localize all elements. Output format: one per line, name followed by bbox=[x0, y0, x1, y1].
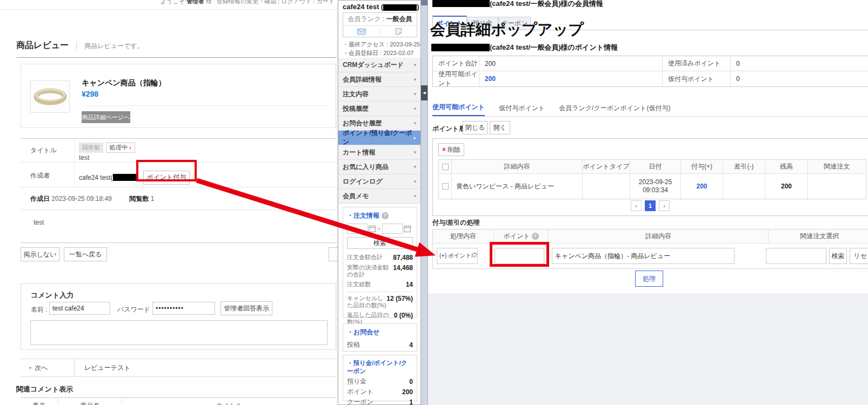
comment-password-input[interactable] bbox=[152, 302, 215, 315]
summary-total-label: ポイント合計 bbox=[433, 56, 479, 71]
crm-member-name: cafe24 test () bbox=[343, 3, 419, 11]
pagination-prev[interactable]: ‹ bbox=[631, 200, 642, 211]
crm-menu-dashboard[interactable]: CRMダッシュボード▾ bbox=[338, 58, 420, 72]
comment-name-input[interactable] bbox=[49, 302, 110, 315]
process-submit-button[interactable]: 処理 bbox=[635, 271, 663, 287]
product-name: キャンペン商品（指輪） bbox=[82, 78, 166, 88]
calendar-icon[interactable] bbox=[369, 225, 376, 232]
member-note-button[interactable] bbox=[380, 28, 417, 35]
pagination: ‹ 1 › bbox=[631, 200, 670, 211]
order-info-title: ・注文情報 bbox=[347, 211, 379, 220]
processing-badge[interactable]: 処理中 › bbox=[106, 143, 135, 153]
summary-provisional-value: 0 bbox=[731, 71, 868, 86]
envelope-icon bbox=[357, 29, 366, 35]
screen: ようこそ 管理者 様 登録情報の変更・確認 | ログアウト | カート 商品レビ… bbox=[0, 0, 868, 405]
back-to-list-button[interactable]: 一覧へ戻る bbox=[64, 247, 107, 261]
process-detail-input[interactable] bbox=[552, 248, 735, 264]
member-detail-popup: (cafe24 test/一般会員)様の会員情報 ポイント 預り金 クーポン 会… bbox=[428, 0, 868, 405]
logout-link[interactable]: ログアウト bbox=[281, 0, 311, 4]
order-search-button-popup[interactable]: 検索 bbox=[829, 248, 847, 264]
product-detail-button[interactable]: 商品詳細ページへ bbox=[82, 111, 130, 123]
chevron-down-icon: ▾ bbox=[413, 91, 416, 97]
history-delete-button[interactable]: × 削除 bbox=[438, 143, 464, 156]
crm-menu-posts[interactable]: 投稿履歴▾ bbox=[338, 102, 420, 116]
chevron-down-icon: ▾ bbox=[413, 62, 416, 68]
status-badge: 回答前 bbox=[79, 143, 103, 153]
pagination-page-1[interactable]: 1 bbox=[645, 200, 656, 211]
review-table: タイトル 回答前処理中 › test 作成者 cafe24 test( ) ポイ… bbox=[21, 138, 336, 243]
summary-available-value: 200 bbox=[479, 71, 663, 86]
crm-menu-member-detail[interactable]: 会員詳細情報▾ bbox=[338, 72, 420, 87]
help-icon[interactable]: ? bbox=[382, 212, 389, 219]
grant-point-button[interactable]: ポイント付与 bbox=[143, 171, 190, 185]
send-mail-button[interactable] bbox=[343, 29, 380, 35]
history-balance: 200 bbox=[765, 174, 808, 199]
page-subtitle: 商品レビューです。 bbox=[84, 42, 143, 50]
col-balance: 残高 bbox=[765, 160, 808, 173]
scrollbar-top-notch bbox=[421, 0, 428, 5]
stat-cancelled: キャンセルした品目の数(%) 12 (57%) bbox=[347, 295, 413, 309]
created-value: 2023-09-25 09:18:49 bbox=[51, 195, 111, 202]
nav-separator: | bbox=[313, 0, 315, 4]
product-price: ¥298 bbox=[82, 90, 98, 98]
point-subtabs: 使用可能ポイント 仮付与ポイント 会員ランク/クーポンポイント(仮付与) bbox=[432, 103, 868, 117]
history-date: 2023-09-2509:03:34 bbox=[630, 174, 681, 199]
order-date-from-input[interactable] bbox=[347, 224, 368, 234]
chevron-down-icon: ▾ bbox=[413, 164, 416, 170]
order-date-to-input[interactable] bbox=[382, 224, 403, 234]
history-open-button[interactable]: 開く bbox=[490, 121, 510, 134]
summary-provisional-label: 仮付与ポイント bbox=[663, 71, 731, 86]
crm-menu-member-memo[interactable]: 会員メモ▾ bbox=[338, 189, 420, 204]
subtab-rank-coupon[interactable]: 会員ランク/クーポンポイント(仮付与) bbox=[559, 104, 670, 116]
history-close-button[interactable]: 閉じる bbox=[463, 121, 488, 134]
rank-label: 会員ランク : bbox=[348, 15, 385, 24]
deposit-points-box: ・預り金/ポイント/クーポン 預り金 0 ポイント 200 クーポン 1 bbox=[343, 355, 417, 401]
history-type bbox=[583, 174, 630, 199]
chevron-down-icon: ▾ bbox=[413, 179, 416, 184]
cart-link[interactable]: カート bbox=[316, 0, 335, 4]
product-divider bbox=[82, 105, 328, 106]
comment-box: コメント入力 名前 : パスワード : 管理者回答表示 bbox=[21, 284, 336, 350]
crm-menu-login-log[interactable]: ログインログ▾ bbox=[338, 174, 420, 189]
col-action: 処理内容 bbox=[433, 230, 494, 243]
author-name: cafe24 test( bbox=[79, 174, 113, 181]
help-icon[interactable]: ? bbox=[532, 233, 539, 240]
pagination-next[interactable]: › bbox=[659, 200, 670, 211]
points-row: ポイント 200 bbox=[347, 388, 413, 396]
point-history-table: 詳細内容 ポイントタイプ 日付 付与(+) 差引(-) 残高 関連注文 黄色いワ… bbox=[438, 159, 866, 199]
panel-collapse-handle[interactable]: ◀ bbox=[421, 85, 428, 100]
process-action-select[interactable]: (+) ポイント増額 ∨ bbox=[437, 248, 478, 264]
crm-menu-orders[interactable]: 注文内容▾ bbox=[338, 87, 420, 102]
chevron-down-icon: ▾ bbox=[413, 193, 416, 199]
popup-bottom-zone bbox=[428, 293, 868, 405]
rank-value: 一般会員 bbox=[386, 15, 412, 24]
subtab-provisional[interactable]: 仮付与ポイント bbox=[499, 104, 545, 116]
next-review-title[interactable]: レビューテスト bbox=[84, 363, 131, 373]
row-checkbox[interactable] bbox=[442, 183, 449, 190]
redaction-bar bbox=[432, 0, 490, 7]
crm-menu-favorites[interactable]: お気に入り商品▾ bbox=[338, 160, 420, 174]
order-search-button[interactable]: 検索 bbox=[347, 237, 413, 249]
popup-subtitle-text: (cafe24 test/一般会員)様のポイント情報 bbox=[490, 43, 618, 51]
point-summary-table: ポイント合計 200 使用済みポイント 0 使用可能ポイント 200 仮付与ポイ… bbox=[432, 56, 868, 87]
select-all-checkbox[interactable] bbox=[442, 164, 449, 170]
hide-button[interactable]: 掲示しない bbox=[21, 247, 59, 261]
stat-paid-total: 実際の決済金額の合計 14,468 bbox=[347, 264, 413, 278]
calendar-icon[interactable] bbox=[404, 225, 411, 232]
admin-reply-button[interactable]: 管理者回答表示 bbox=[221, 301, 272, 315]
point-amount-input[interactable] bbox=[495, 248, 544, 264]
comment-textarea[interactable] bbox=[30, 320, 328, 345]
review-title-value: test bbox=[79, 154, 336, 161]
crm-menu-points[interactable]: ポイント/預り金/クーポン▸ bbox=[338, 131, 420, 145]
related-comments-title: 関連コメント表示 bbox=[16, 384, 73, 394]
subtab-available[interactable]: 使用可能ポイント bbox=[432, 103, 485, 116]
crm-menu-cart[interactable]: カート情報▾ bbox=[338, 145, 420, 160]
order-reset-button[interactable]: リセ bbox=[850, 248, 868, 264]
next-cell[interactable]: ▾ 次へ bbox=[21, 359, 75, 376]
col-date: 日付 bbox=[630, 160, 681, 173]
related-order-input[interactable] bbox=[766, 248, 826, 264]
history-detail: 黄色いワンピース - 商品レビュー bbox=[452, 174, 583, 199]
title-underline bbox=[16, 57, 336, 58]
panel-scrollbar[interactable] bbox=[421, 0, 428, 405]
account-link[interactable]: 登録情報の変更・確認 bbox=[217, 0, 276, 4]
